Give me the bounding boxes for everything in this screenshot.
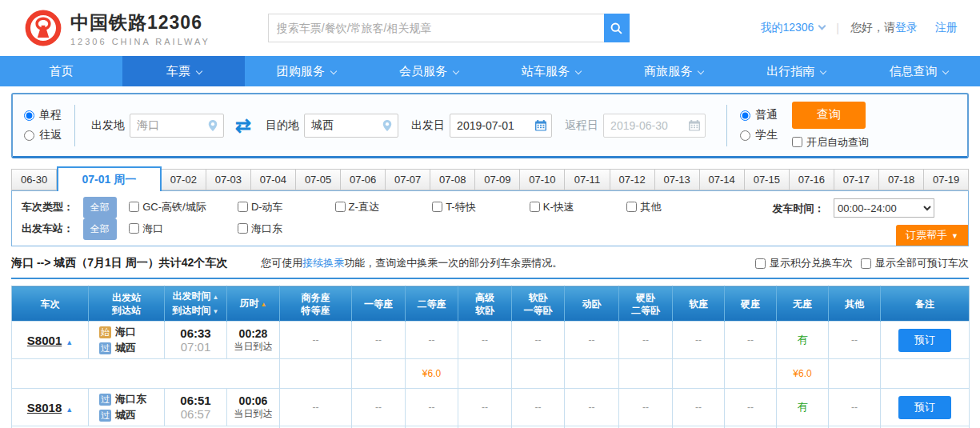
- expand-icon[interactable]: ▲: [66, 338, 73, 346]
- nav-item-business-travel[interactable]: 商旅服务: [613, 56, 735, 86]
- filter-k[interactable]: K-快速: [530, 197, 624, 217]
- col-times[interactable]: 出发时间▲到达时间▼: [165, 286, 227, 322]
- sort-asc-icon-active[interactable]: ▲: [261, 301, 267, 308]
- book-button[interactable]: 预订: [898, 396, 951, 419]
- col-train-no[interactable]: 车次: [12, 286, 89, 322]
- logo-text: 中国铁路12306 12306 CHINA RAILWAY: [70, 10, 210, 46]
- sort-desc-icon[interactable]: ▼: [213, 308, 219, 315]
- date-tab[interactable]: 07-04: [251, 169, 296, 190]
- points-checkbox[interactable]: [755, 258, 766, 269]
- normal-radio[interactable]: [740, 110, 750, 121]
- d-checkbox[interactable]: [238, 202, 248, 212]
- passenger-type-student[interactable]: 学生: [740, 128, 778, 142]
- train-no-link[interactable]: S8001: [27, 334, 62, 347]
- nav-item-member-service[interactable]: 会员服务: [367, 56, 490, 86]
- date-tab[interactable]: 07-12: [610, 169, 655, 190]
- seat-cell: --: [458, 389, 512, 426]
- nav-item-group-service[interactable]: 团购服务: [245, 56, 367, 86]
- haikoudong-checkbox[interactable]: [238, 223, 248, 234]
- trip-type-oneway[interactable]: 单程: [24, 108, 62, 122]
- nav-item-home[interactable]: 首页: [0, 56, 122, 86]
- date-tab[interactable]: 07-16: [790, 169, 834, 190]
- train-type-label: 车次类型：: [22, 201, 74, 213]
- date-tab[interactable]: 06-30: [11, 169, 57, 190]
- col-duration[interactable]: 历时▲: [227, 286, 280, 322]
- col-stations: 出发站到达站: [89, 286, 165, 322]
- date-tab[interactable]: 07-08: [430, 169, 475, 190]
- nav-item-tickets[interactable]: 车票: [122, 56, 245, 86]
- seat-cell: --: [725, 322, 777, 359]
- expand-icon[interactable]: ▲: [66, 406, 73, 414]
- date-tabs: 06-30 07-01 周一 07-02 07-03 07-04 07-05 0…: [11, 166, 969, 190]
- col-premium-soft-sleeper: 高级软卧: [458, 286, 512, 322]
- show-all-bookable-option[interactable]: 显示全部可预订车次: [861, 256, 969, 270]
- transfer-link[interactable]: 接续换乘: [302, 257, 344, 269]
- date-tab[interactable]: 07-15: [745, 169, 790, 190]
- transfer-tip: 您可使用接续换乘功能，查询途中换乘一次的部分列车余票情况。: [261, 256, 562, 270]
- register-link[interactable]: 注册: [935, 21, 958, 35]
- filter-station-haikoudong[interactable]: 海口东: [238, 218, 332, 238]
- search-button[interactable]: [604, 14, 630, 42]
- date-tab[interactable]: 07-03: [206, 169, 251, 190]
- depart-time-label: 发车时间：: [772, 202, 824, 214]
- filter-other[interactable]: 其他: [626, 197, 721, 217]
- sort-asc-icon[interactable]: ▲: [213, 294, 219, 301]
- k-checkbox[interactable]: [530, 202, 540, 212]
- auto-query-checkbox[interactable]: [792, 137, 802, 147]
- nav-item-info-query[interactable]: 信息查询: [858, 56, 980, 86]
- query-actions: 查询 开启自动查询: [792, 102, 869, 150]
- date-tab[interactable]: 07-06: [341, 169, 386, 190]
- gc-checkbox[interactable]: [129, 202, 139, 212]
- z-checkbox[interactable]: [335, 202, 346, 212]
- train-row: S8001▲ 始海口 过城西 06:3307:01 00:28当日到达 -- -…: [12, 322, 970, 359]
- student-radio[interactable]: [740, 130, 750, 141]
- date-tab[interactable]: 07-07: [386, 169, 430, 190]
- date-tab[interactable]: 07-14: [700, 169, 745, 190]
- return-date-label: 返程日: [565, 118, 598, 133]
- nav-label: 站车服务: [522, 64, 570, 79]
- date-tab[interactable]: 07-05: [296, 169, 341, 190]
- booking-helper-button[interactable]: 订票帮手▼: [896, 225, 968, 246]
- book-button[interactable]: 预订: [898, 329, 951, 352]
- filter-gc[interactable]: GC-高铁/城际: [129, 197, 234, 217]
- location-pin-icon: [381, 119, 394, 132]
- train-type-all-badge[interactable]: 全部: [83, 197, 117, 218]
- train-no-link[interactable]: S8018: [27, 401, 62, 414]
- date-tab[interactable]: 07-19: [924, 169, 969, 190]
- my-12306-link[interactable]: 我的12306: [760, 21, 825, 35]
- haikou-checkbox[interactable]: [129, 223, 139, 234]
- round-radio[interactable]: [24, 130, 34, 141]
- nav-item-travel-guide[interactable]: 出行指南: [735, 56, 858, 86]
- d-label: D-动车: [251, 201, 283, 213]
- other-checkbox[interactable]: [626, 202, 637, 212]
- date-tab[interactable]: 07-09: [475, 169, 520, 190]
- logo-title: 中国铁路12306: [70, 10, 210, 35]
- trip-type-round[interactable]: 往返: [24, 128, 62, 142]
- bookable-checkbox[interactable]: [861, 258, 871, 269]
- nav-item-station-service[interactable]: 站车服务: [490, 56, 613, 86]
- depart-time-select[interactable]: 00:00--24:00: [834, 198, 934, 218]
- oneway-radio[interactable]: [24, 110, 34, 121]
- swap-stations-button[interactable]: ⇄: [235, 116, 251, 135]
- filter-z[interactable]: Z-直达: [335, 197, 430, 217]
- login-link[interactable]: 登录: [895, 21, 918, 35]
- t-checkbox[interactable]: [432, 202, 442, 212]
- date-tab[interactable]: 07-17: [834, 169, 879, 190]
- date-tab[interactable]: 07-11: [565, 169, 610, 190]
- filter-t[interactable]: T-特快: [432, 197, 526, 217]
- date-tab-active[interactable]: 07-01 周一: [57, 166, 162, 191]
- search-input[interactable]: [268, 14, 604, 42]
- query-button[interactable]: 查询: [792, 102, 866, 129]
- date-tab[interactable]: 07-18: [879, 169, 924, 190]
- show-points-option[interactable]: 显示积分兑换车次: [755, 256, 853, 270]
- caret-down-icon: ▼: [951, 232, 958, 240]
- station-all-badge[interactable]: 全部: [83, 218, 117, 240]
- date-tab[interactable]: 07-02: [162, 169, 206, 190]
- filter-station-haikou[interactable]: 海口: [129, 218, 234, 238]
- passenger-type-normal[interactable]: 普通: [740, 108, 778, 122]
- site-logo[interactable]: 中国铁路12306 12306 CHINA RAILWAY: [24, 9, 210, 47]
- date-tab[interactable]: 07-13: [655, 169, 700, 190]
- auto-query-option[interactable]: 开启自动查询: [792, 135, 869, 150]
- filter-d[interactable]: D-动车: [238, 197, 332, 217]
- date-tab[interactable]: 07-10: [520, 169, 565, 190]
